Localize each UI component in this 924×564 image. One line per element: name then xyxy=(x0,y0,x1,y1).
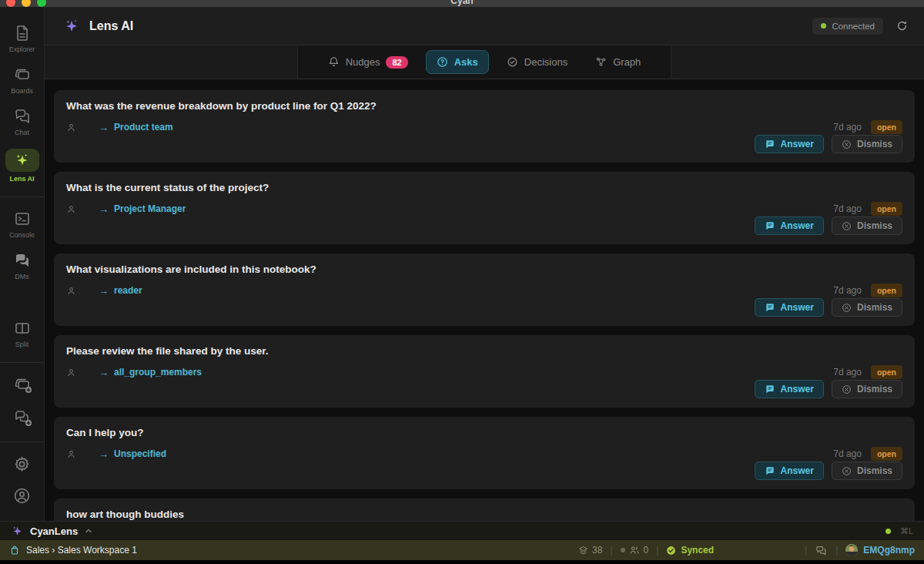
cyanlens-sparkle-icon xyxy=(11,525,24,538)
check-circle-icon xyxy=(666,546,676,556)
dismiss-button[interactable]: Dismiss xyxy=(832,217,902,235)
answer-button[interactable]: Answer xyxy=(755,135,824,153)
chevron-up-icon[interactable] xyxy=(84,526,93,535)
arrow-right-icon: → xyxy=(99,448,109,460)
sidebar-item-split[interactable]: Split xyxy=(0,319,44,348)
connection-status-badge: Connected xyxy=(812,18,883,35)
sidebar-label: Explorer xyxy=(9,45,35,53)
circle-x-icon xyxy=(842,303,852,313)
layers-icon xyxy=(578,546,588,556)
sync-status: Synced xyxy=(666,545,714,556)
boards-icon xyxy=(13,65,32,84)
dismiss-button[interactable]: Dismiss xyxy=(832,462,902,480)
assignee-link[interactable]: all_group_members xyxy=(114,367,202,378)
status-badge: open xyxy=(871,365,902,379)
dismiss-label: Dismiss xyxy=(857,139,892,149)
tab-bar: Nudges 82 Asks Decisions xyxy=(45,45,924,79)
circle-x-icon xyxy=(842,384,852,394)
sidebar-label: Boards xyxy=(11,87,33,95)
sidebar-item-explorer[interactable]: Explorer xyxy=(0,24,44,53)
chat-icon xyxy=(13,107,32,126)
new-board-button[interactable] xyxy=(0,375,44,395)
tab-graph[interactable]: Graph xyxy=(585,51,651,73)
feedback-chat-icon[interactable] xyxy=(815,544,828,557)
new-chat-button[interactable] xyxy=(0,408,44,428)
assignee-link[interactable]: Project Manager xyxy=(114,203,186,214)
presence-dot xyxy=(621,548,625,552)
ask-card: Please review the file shared by the use… xyxy=(54,335,915,408)
answer-bubble-icon xyxy=(765,139,775,149)
sidebar-divider xyxy=(0,441,44,442)
graph-network-icon xyxy=(595,56,607,68)
answer-label: Answer xyxy=(781,384,814,394)
dismiss-label: Dismiss xyxy=(857,384,892,394)
console-icon xyxy=(13,210,32,228)
ask-card: What was the revenue breakdown by produc… xyxy=(54,90,915,163)
split-view-icon xyxy=(13,319,32,337)
tab-decisions[interactable]: Decisions xyxy=(497,51,578,73)
users-count: 0 xyxy=(644,545,649,556)
dismiss-label: Dismiss xyxy=(857,465,892,476)
ask-card: Can I help you? → Unspecified 7d ago ope… xyxy=(54,417,915,489)
lens-ai-header: Lens AI Connected xyxy=(45,7,924,45)
answer-button[interactable]: Answer xyxy=(755,462,824,480)
dismiss-button[interactable]: Dismiss xyxy=(832,298,902,317)
workspace-breadcrumb[interactable]: Sales › Sales Workspace 1 xyxy=(9,545,137,556)
separator: | xyxy=(805,545,807,556)
sidebar-item-chat[interactable]: Chat xyxy=(0,107,44,136)
asks-list: What was the revenue breakdown by produc… xyxy=(45,79,924,521)
user-chip[interactable]: EMQg8nmp xyxy=(845,544,915,556)
circle-x-icon xyxy=(842,221,852,231)
ask-card: What is the current status of the projec… xyxy=(54,172,915,244)
ask-timestamp: 7d ago xyxy=(833,122,862,133)
dismiss-button[interactable]: Dismiss xyxy=(832,380,902,398)
answer-button[interactable]: Answer xyxy=(755,217,824,235)
answer-button[interactable]: Answer xyxy=(755,298,824,317)
ask-timestamp: 7d ago xyxy=(833,448,862,459)
answer-button[interactable]: Answer xyxy=(755,380,824,398)
sidebar-item-dms[interactable]: DMs xyxy=(0,251,44,280)
circle-x-icon xyxy=(842,466,852,476)
workspace-icon xyxy=(9,545,20,556)
assignee-link[interactable]: Unspecified xyxy=(114,448,166,459)
person-icon xyxy=(66,449,76,459)
answer-bubble-icon xyxy=(765,302,775,313)
sidebar-item-boards[interactable]: Boards xyxy=(0,65,44,95)
ask-question: Please review the file shared by the use… xyxy=(66,345,902,357)
sidebar-item-console[interactable]: Console xyxy=(0,210,44,239)
settings-button[interactable] xyxy=(0,455,44,474)
sidebar-label: Split xyxy=(15,341,29,348)
status-badge: open xyxy=(871,284,902,297)
add-board-icon xyxy=(12,375,32,395)
bottom-strip xyxy=(0,560,924,564)
ask-question: What is the current status of the projec… xyxy=(66,182,902,193)
person-icon xyxy=(66,368,76,378)
window-titlebar: Cyan xyxy=(0,0,924,7)
sidebar-item-lens-ai[interactable]: Lens AI xyxy=(0,149,44,183)
separator: | xyxy=(835,545,838,556)
refresh-button[interactable] xyxy=(896,19,909,32)
answer-label: Answer xyxy=(781,302,814,313)
tab-nudges[interactable]: Nudges 82 xyxy=(318,51,418,74)
circle-x-icon xyxy=(842,139,852,149)
sidebar-divider xyxy=(0,196,44,197)
cyanlens-bar: CyanLens ⌘L xyxy=(0,521,924,540)
assignee-link[interactable]: Product team xyxy=(114,122,173,133)
assignee-link[interactable]: reader xyxy=(114,285,142,296)
sidebar-label: Console xyxy=(9,231,35,239)
dms-icon xyxy=(13,251,32,270)
document-icon xyxy=(13,24,32,42)
page-title: Lens AI xyxy=(89,19,133,33)
tab-label: Asks xyxy=(454,56,478,68)
people-icon xyxy=(629,545,640,556)
account-button[interactable] xyxy=(0,486,44,505)
decision-seal-icon xyxy=(507,56,518,68)
bell-icon xyxy=(328,56,340,68)
separator: | xyxy=(610,545,612,556)
tab-asks[interactable]: Asks xyxy=(426,50,489,74)
dismiss-button[interactable]: Dismiss xyxy=(832,135,902,153)
nudges-count-badge: 82 xyxy=(386,56,407,69)
connected-dot xyxy=(821,23,826,29)
status-badge: open xyxy=(871,447,902,461)
user-id: EMQg8nmp xyxy=(863,545,915,556)
